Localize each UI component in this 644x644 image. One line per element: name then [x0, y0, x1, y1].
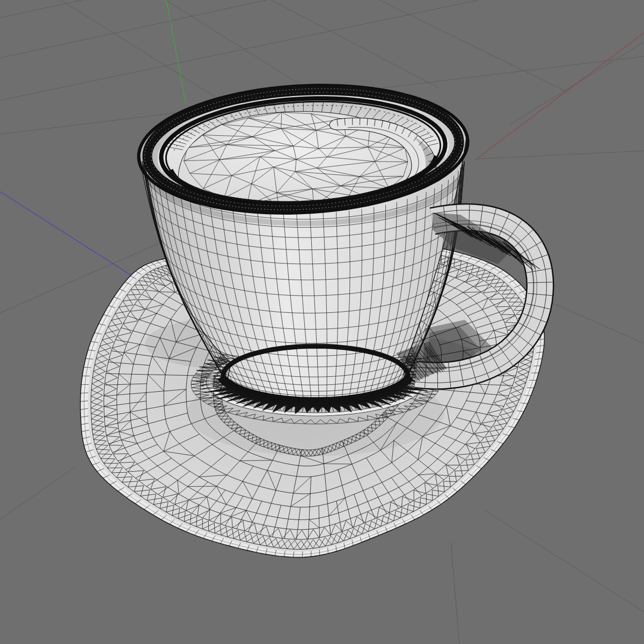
saucer-diagonal — [188, 486, 217, 487]
viewport-3d[interactable] — [0, 0, 644, 644]
viewport-canvas[interactable] — [0, 0, 644, 644]
